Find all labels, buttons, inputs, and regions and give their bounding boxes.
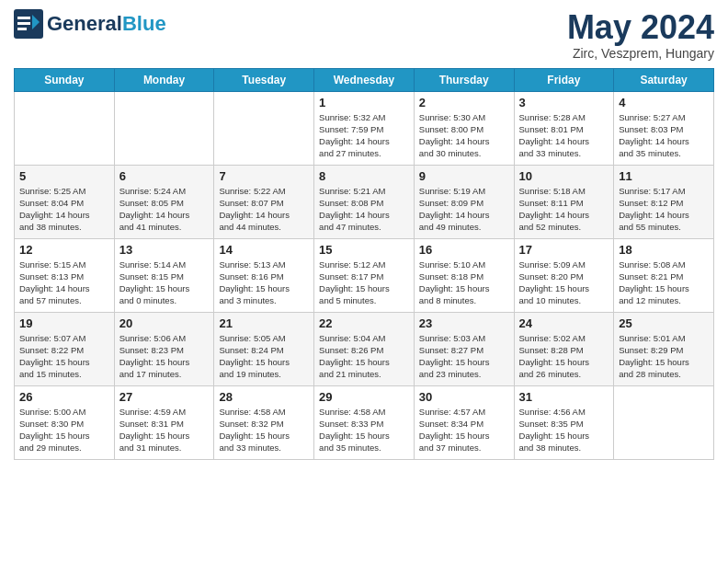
day-of-week-header: Saturday bbox=[614, 68, 714, 91]
calendar-cell: 23Sunrise: 5:03 AM Sunset: 8:27 PM Dayli… bbox=[414, 312, 514, 385]
page-header: GeneralBlue May 2024 Zirc, Veszprem, Hun… bbox=[14, 9, 714, 61]
day-detail: Sunrise: 5:19 AM Sunset: 8:09 PM Dayligh… bbox=[419, 185, 509, 234]
day-number: 1 bbox=[319, 96, 409, 109]
day-detail: Sunrise: 4:58 AM Sunset: 8:33 PM Dayligh… bbox=[319, 406, 409, 454]
month-title: May 2024 bbox=[567, 9, 714, 46]
day-number: 5 bbox=[19, 169, 109, 183]
day-number: 10 bbox=[519, 169, 609, 183]
day-number: 9 bbox=[419, 169, 509, 183]
calendar-cell: 1Sunrise: 5:32 AM Sunset: 7:59 PM Daylig… bbox=[314, 91, 415, 165]
calendar-table: SundayMondayTuesdayWednesdayThursdayFrid… bbox=[14, 68, 714, 460]
calendar-cell: 26Sunrise: 5:00 AM Sunset: 8:30 PM Dayli… bbox=[15, 385, 115, 459]
calendar-cell: 20Sunrise: 5:06 AM Sunset: 8:23 PM Dayli… bbox=[114, 312, 214, 385]
calendar-cell: 4Sunrise: 5:27 AM Sunset: 8:03 PM Daylig… bbox=[614, 91, 714, 165]
logo-text: GeneralBlue bbox=[47, 12, 166, 36]
day-detail: Sunrise: 4:57 AM Sunset: 8:34 PM Dayligh… bbox=[419, 406, 509, 454]
day-number: 25 bbox=[619, 316, 709, 330]
calendar-cell: 5Sunrise: 5:25 AM Sunset: 8:04 PM Daylig… bbox=[15, 165, 115, 238]
day-of-week-header: Monday bbox=[114, 68, 214, 91]
calendar-cell: 28Sunrise: 4:58 AM Sunset: 8:32 PM Dayli… bbox=[214, 385, 314, 459]
location: Zirc, Veszprem, Hungary bbox=[567, 46, 714, 61]
calendar-week-row: 19Sunrise: 5:07 AM Sunset: 8:22 PM Dayli… bbox=[15, 312, 714, 385]
day-number: 21 bbox=[219, 316, 309, 330]
calendar-cell: 15Sunrise: 5:12 AM Sunset: 8:17 PM Dayli… bbox=[314, 238, 415, 312]
calendar-cell: 10Sunrise: 5:18 AM Sunset: 8:11 PM Dayli… bbox=[514, 165, 614, 238]
day-detail: Sunrise: 5:07 AM Sunset: 8:22 PM Dayligh… bbox=[19, 332, 109, 381]
day-number: 18 bbox=[619, 243, 709, 257]
day-of-week-header: Thursday bbox=[414, 68, 514, 91]
day-detail: Sunrise: 5:05 AM Sunset: 8:24 PM Dayligh… bbox=[219, 332, 309, 381]
day-detail: Sunrise: 5:00 AM Sunset: 8:30 PM Dayligh… bbox=[19, 406, 109, 454]
day-number: 14 bbox=[219, 243, 309, 257]
calendar-cell: 19Sunrise: 5:07 AM Sunset: 8:22 PM Dayli… bbox=[15, 312, 115, 385]
calendar-cell: 13Sunrise: 5:14 AM Sunset: 8:15 PM Dayli… bbox=[114, 238, 214, 312]
day-number: 16 bbox=[419, 243, 509, 257]
svg-rect-4 bbox=[17, 28, 27, 30]
calendar-cell: 30Sunrise: 4:57 AM Sunset: 8:34 PM Dayli… bbox=[414, 385, 514, 459]
day-detail: Sunrise: 5:10 AM Sunset: 8:18 PM Dayligh… bbox=[419, 259, 509, 307]
day-detail: Sunrise: 5:32 AM Sunset: 7:59 PM Dayligh… bbox=[319, 111, 409, 160]
logo-icon bbox=[14, 9, 43, 39]
calendar-cell bbox=[214, 91, 314, 165]
day-number: 20 bbox=[119, 316, 210, 330]
day-detail: Sunrise: 5:17 AM Sunset: 8:12 PM Dayligh… bbox=[619, 185, 709, 234]
day-detail: Sunrise: 5:24 AM Sunset: 8:05 PM Dayligh… bbox=[119, 185, 210, 234]
day-number: 23 bbox=[419, 316, 509, 330]
calendar-cell bbox=[114, 91, 214, 165]
day-detail: Sunrise: 5:25 AM Sunset: 8:04 PM Dayligh… bbox=[19, 185, 109, 234]
calendar-cell: 14Sunrise: 5:13 AM Sunset: 8:16 PM Dayli… bbox=[214, 238, 314, 312]
calendar-cell: 18Sunrise: 5:08 AM Sunset: 8:21 PM Dayli… bbox=[614, 238, 714, 312]
calendar-cell bbox=[15, 91, 115, 165]
day-number: 4 bbox=[619, 96, 709, 109]
day-of-week-header: Tuesday bbox=[214, 68, 314, 91]
calendar-cell: 12Sunrise: 5:15 AM Sunset: 8:13 PM Dayli… bbox=[15, 238, 115, 312]
day-number: 19 bbox=[19, 316, 109, 330]
day-detail: Sunrise: 5:30 AM Sunset: 8:00 PM Dayligh… bbox=[419, 111, 509, 160]
day-detail: Sunrise: 5:02 AM Sunset: 8:28 PM Dayligh… bbox=[519, 332, 609, 381]
day-detail: Sunrise: 5:18 AM Sunset: 8:11 PM Dayligh… bbox=[519, 185, 609, 234]
day-number: 17 bbox=[519, 243, 609, 257]
day-detail: Sunrise: 4:56 AM Sunset: 8:35 PM Dayligh… bbox=[519, 406, 609, 454]
calendar-cell: 25Sunrise: 5:01 AM Sunset: 8:29 PM Dayli… bbox=[614, 312, 714, 385]
day-detail: Sunrise: 4:59 AM Sunset: 8:31 PM Dayligh… bbox=[119, 406, 210, 454]
calendar-cell: 9Sunrise: 5:19 AM Sunset: 8:09 PM Daylig… bbox=[414, 165, 514, 238]
calendar-cell: 24Sunrise: 5:02 AM Sunset: 8:28 PM Dayli… bbox=[514, 312, 614, 385]
day-number: 11 bbox=[619, 169, 709, 183]
day-number: 15 bbox=[319, 243, 409, 257]
day-number: 24 bbox=[519, 316, 609, 330]
day-detail: Sunrise: 5:27 AM Sunset: 8:03 PM Dayligh… bbox=[619, 111, 709, 160]
day-number: 28 bbox=[219, 390, 309, 404]
day-detail: Sunrise: 5:08 AM Sunset: 8:21 PM Dayligh… bbox=[619, 259, 709, 307]
calendar-week-row: 5Sunrise: 5:25 AM Sunset: 8:04 PM Daylig… bbox=[15, 165, 714, 238]
calendar-header-row: SundayMondayTuesdayWednesdayThursdayFrid… bbox=[15, 68, 714, 91]
day-of-week-header: Friday bbox=[514, 68, 614, 91]
calendar-week-row: 26Sunrise: 5:00 AM Sunset: 8:30 PM Dayli… bbox=[15, 385, 714, 459]
day-number: 29 bbox=[319, 390, 409, 404]
day-of-week-header: Sunday bbox=[15, 68, 115, 91]
day-number: 31 bbox=[519, 390, 609, 404]
calendar-cell bbox=[614, 385, 714, 459]
calendar-cell: 31Sunrise: 4:56 AM Sunset: 8:35 PM Dayli… bbox=[514, 385, 614, 459]
day-detail: Sunrise: 5:03 AM Sunset: 8:27 PM Dayligh… bbox=[419, 332, 509, 381]
day-number: 22 bbox=[319, 316, 409, 330]
day-number: 13 bbox=[119, 243, 210, 257]
calendar-cell: 17Sunrise: 5:09 AM Sunset: 8:20 PM Dayli… bbox=[514, 238, 614, 312]
day-number: 3 bbox=[519, 96, 609, 109]
day-detail: Sunrise: 5:15 AM Sunset: 8:13 PM Dayligh… bbox=[19, 259, 109, 307]
day-detail: Sunrise: 5:12 AM Sunset: 8:17 PM Dayligh… bbox=[319, 259, 409, 307]
svg-rect-2 bbox=[17, 17, 30, 19]
calendar-cell: 29Sunrise: 4:58 AM Sunset: 8:33 PM Dayli… bbox=[314, 385, 415, 459]
day-detail: Sunrise: 5:14 AM Sunset: 8:15 PM Dayligh… bbox=[119, 259, 210, 307]
calendar-cell: 11Sunrise: 5:17 AM Sunset: 8:12 PM Dayli… bbox=[614, 165, 714, 238]
calendar-cell: 6Sunrise: 5:24 AM Sunset: 8:05 PM Daylig… bbox=[114, 165, 214, 238]
calendar-week-row: 1Sunrise: 5:32 AM Sunset: 7:59 PM Daylig… bbox=[15, 91, 714, 165]
day-of-week-header: Wednesday bbox=[314, 68, 415, 91]
day-number: 6 bbox=[119, 169, 210, 183]
calendar-cell: 27Sunrise: 4:59 AM Sunset: 8:31 PM Dayli… bbox=[114, 385, 214, 459]
day-number: 27 bbox=[119, 390, 210, 404]
calendar-cell: 22Sunrise: 5:04 AM Sunset: 8:26 PM Dayli… bbox=[314, 312, 415, 385]
calendar-week-row: 12Sunrise: 5:15 AM Sunset: 8:13 PM Dayli… bbox=[15, 238, 714, 312]
calendar-cell: 16Sunrise: 5:10 AM Sunset: 8:18 PM Dayli… bbox=[414, 238, 514, 312]
day-detail: Sunrise: 5:01 AM Sunset: 8:29 PM Dayligh… bbox=[619, 332, 709, 381]
day-detail: Sunrise: 5:04 AM Sunset: 8:26 PM Dayligh… bbox=[319, 332, 409, 381]
